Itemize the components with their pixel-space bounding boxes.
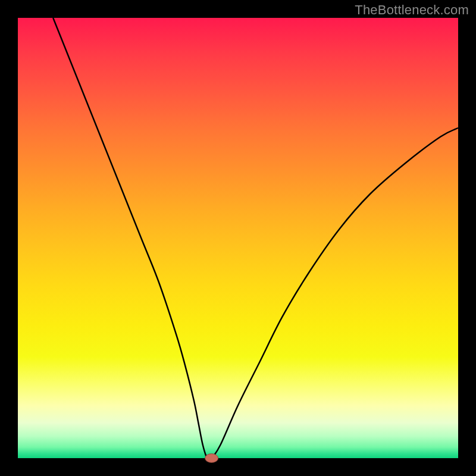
outer-frame: TheBottleneck.com: [0, 0, 476, 476]
bottleneck-curve-svg: [18, 18, 458, 458]
optimum-marker: [205, 454, 218, 463]
bottleneck-curve-path: [53, 18, 458, 460]
watermark-text: TheBottleneck.com: [355, 2, 469, 18]
plot-area: [18, 18, 458, 458]
